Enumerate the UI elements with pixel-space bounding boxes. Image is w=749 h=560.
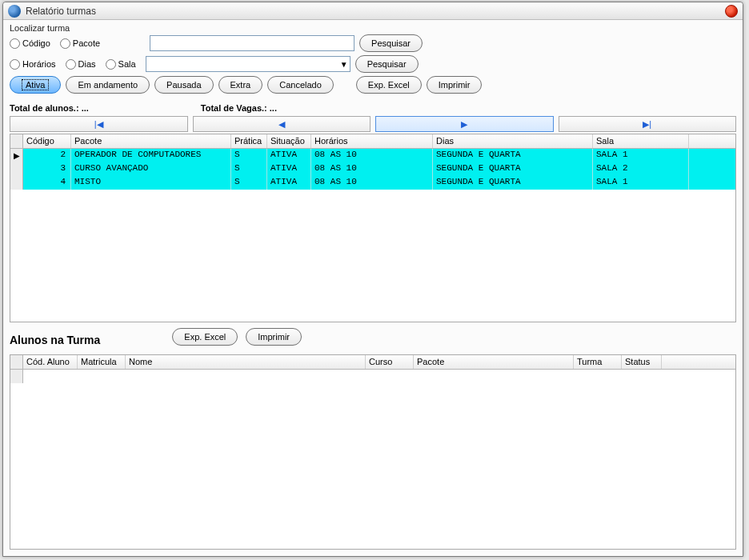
alunos-title: Alunos na Turma (10, 334, 100, 346)
filter-row: Ativa Em andamento Pausada Extra Cancela… (10, 76, 736, 94)
col-sala[interactable]: Sala (593, 134, 689, 148)
cell-dias: SEGUNDA E QUARTA (433, 176, 593, 190)
cell-codigo: 3 (23, 162, 71, 176)
col2-curso[interactable]: Curso (366, 355, 414, 369)
nav-first-button[interactable]: |◀ (10, 116, 188, 132)
filter-cancelado-button[interactable]: Cancelado (267, 76, 334, 94)
nav-last-button[interactable]: ▶| (559, 116, 737, 132)
chevron-down-icon: ▼ (340, 60, 348, 69)
grid-turmas: Código Pacote Prática Situação Horários … (10, 134, 736, 322)
pesquisar-1-button[interactable]: Pesquisar (359, 34, 423, 52)
cell-situacao: ATIVA (267, 176, 311, 190)
nav-row: |◀ ◀ ▶ ▶| (10, 116, 736, 132)
row-indicator (10, 162, 23, 176)
col2-status[interactable]: Status (622, 355, 662, 369)
search-row-1: Código Pacote Pesquisar (10, 34, 736, 52)
empty-row (23, 370, 735, 383)
pesquisar-2-button[interactable]: Pesquisar (355, 55, 419, 73)
table-row[interactable]: 3CURSO AVANÇADOSATIVA08 AS 10SEGUNDA E Q… (23, 162, 735, 176)
cell-pratica: S (231, 149, 267, 162)
cell-horarios: 08 AS 10 (311, 149, 433, 162)
table-row[interactable]: 4MISTOSATIVA08 AS 10SEGUNDA E QUARTASALA… (23, 176, 735, 190)
col2-codaluno[interactable]: Cód. Aluno (23, 355, 78, 369)
col-horarios[interactable]: Horários (311, 134, 433, 148)
nav-next-button[interactable]: ▶ (375, 116, 554, 132)
radio-sala[interactable]: Sala (106, 59, 136, 70)
col-pacote[interactable]: Pacote (71, 134, 231, 148)
col-pratica[interactable]: Prática (231, 134, 267, 148)
search-text-input[interactable] (150, 35, 354, 51)
filter-pausada-button[interactable]: Pausada (154, 76, 213, 94)
content-area: Localizar turma Código Pacote Pesquisar … (3, 20, 743, 556)
cell-pacote: OPERADOR DE COMPUTADORES (71, 149, 231, 162)
col2-turma[interactable]: Turma (574, 355, 622, 369)
col-codigo[interactable]: Código (23, 134, 71, 148)
window-title: Relatório turmas (26, 6, 725, 17)
cell-sala: SALA 2 (593, 162, 689, 176)
row-indicator (10, 370, 23, 383)
titlebar[interactable]: Relatório turmas (3, 2, 743, 20)
cell-codigo: 2 (23, 149, 71, 162)
grid-corner (10, 134, 23, 149)
table-row[interactable]: 2OPERADOR DE COMPUTADORESSATIVA08 AS 10S… (23, 149, 735, 162)
filter-ativa-button[interactable]: Ativa (10, 76, 61, 94)
grid-alunos: Cód. Aluno Matricula Nome Curso Pacote T… (10, 354, 736, 550)
imprimir-2-button[interactable]: Imprimir (246, 328, 302, 346)
cell-pratica: S (231, 176, 267, 190)
total-alunos-label: Total de alunos.: ... (10, 103, 89, 113)
totals-row: Total de alunos.: ... Total de Vagas.: .… (10, 103, 736, 113)
app-icon (8, 5, 21, 18)
cell-codigo: 4 (23, 176, 71, 190)
window-relatorio-turmas: Relatório turmas Localizar turma Código … (2, 2, 743, 557)
exp-excel-1-button[interactable]: Exp. Excel (356, 76, 422, 94)
radio-horarios[interactable]: Horários (10, 59, 56, 70)
search-legend: Localizar turma (10, 23, 736, 33)
nav-prev-button[interactable]: ◀ (193, 116, 371, 132)
radio-dias[interactable]: Dias (66, 59, 96, 70)
radio-pacote[interactable]: Pacote (60, 38, 100, 49)
section-alunos-header: Alunos na Turma Exp. Excel Imprimir (10, 322, 736, 351)
filter-em-andamento-button[interactable]: Em andamento (66, 76, 150, 94)
row-indicator (10, 176, 23, 190)
cell-situacao: ATIVA (267, 162, 311, 176)
search-row-2: Horários Dias Sala ▼ Pesquisar (10, 55, 736, 73)
cell-situacao: ATIVA (267, 149, 311, 162)
cell-dias: SEGUNDA E QUARTA (433, 162, 593, 176)
cell-sala: SALA 1 (593, 176, 689, 190)
radio-codigo[interactable]: Código (10, 38, 50, 49)
cell-dias: SEGUNDA E QUARTA (433, 149, 593, 162)
col2-pacote[interactable]: Pacote (414, 355, 574, 369)
cell-pacote: MISTO (71, 176, 231, 190)
filter-extra-button[interactable]: Extra (218, 76, 263, 94)
grid-corner (10, 355, 23, 370)
cell-horarios: 08 AS 10 (311, 176, 433, 190)
search-combo[interactable]: ▼ (146, 56, 350, 72)
col2-matricula[interactable]: Matricula (78, 355, 126, 369)
col-situacao[interactable]: Situação (267, 134, 311, 148)
col2-nome[interactable]: Nome (126, 355, 366, 369)
cell-pratica: S (231, 162, 267, 176)
cell-horarios: 08 AS 10 (311, 162, 433, 176)
imprimir-1-button[interactable]: Imprimir (427, 76, 483, 94)
close-icon[interactable] (725, 5, 738, 18)
col-dias[interactable]: Dias (433, 134, 593, 148)
exp-excel-2-button[interactable]: Exp. Excel (172, 328, 238, 346)
cell-pacote: CURSO AVANÇADO (71, 162, 231, 176)
cell-sala: SALA 1 (593, 149, 689, 162)
total-vagas-label: Total de Vagas.: ... (201, 103, 277, 113)
row-indicator: ▶ (10, 149, 23, 162)
